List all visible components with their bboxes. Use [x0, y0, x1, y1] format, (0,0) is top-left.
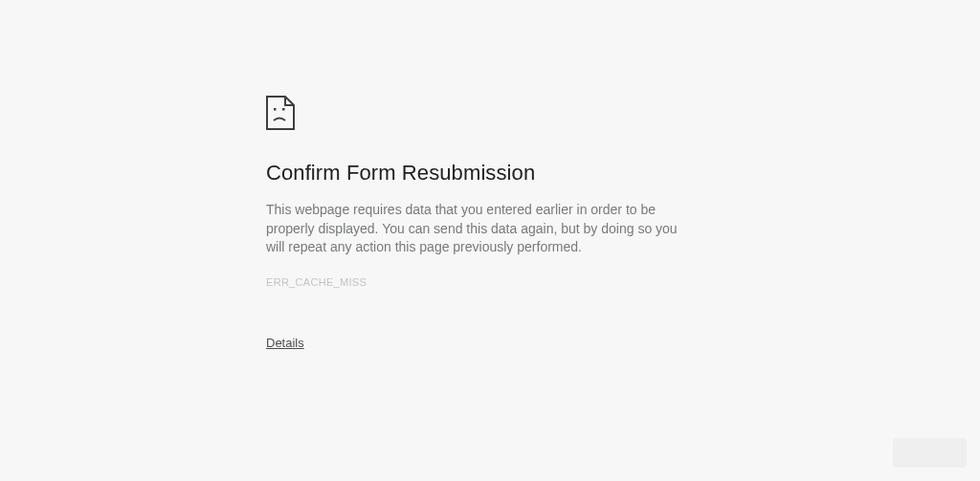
page-title: Confirm Form Resubmission	[266, 161, 714, 186]
error-code: ERR_CACHE_MISS	[266, 276, 714, 288]
error-message: This webpage requires data that you ente…	[266, 201, 695, 257]
reload-button[interactable]: Reload	[893, 438, 967, 468]
details-link[interactable]: Details	[266, 336, 304, 350]
svg-rect-1	[282, 108, 285, 111]
svg-rect-0	[274, 108, 277, 111]
sad-page-icon	[266, 96, 295, 130]
error-icon-wrap	[266, 96, 714, 130]
error-panel: Confirm Form Resubmission This webpage r…	[266, 96, 714, 351]
